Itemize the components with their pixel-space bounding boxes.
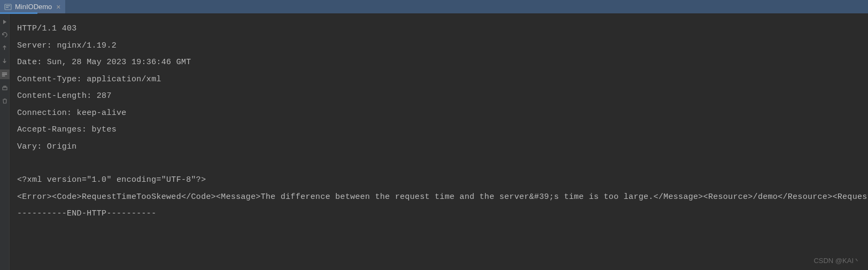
gutter <box>0 14 10 270</box>
print-icon[interactable] <box>1 84 9 92</box>
console-line: Content-Type: application/xml <box>17 71 868 88</box>
console-line: Server: nginx/1.19.2 <box>17 37 868 55</box>
svg-rect-3 <box>2 72 7 73</box>
rerun-icon[interactable] <box>1 18 9 26</box>
console-line: <?xml version="1.0" encoding="UTF-8"?> <box>17 172 868 189</box>
stop-icon[interactable] <box>1 31 9 38</box>
svg-rect-5 <box>2 75 5 76</box>
watermark: CSDN @KAI丶 <box>813 256 861 266</box>
console-line <box>17 155 868 172</box>
svg-rect-7 <box>4 86 6 87</box>
console-line: Accept-Ranges: bytes <box>17 121 868 138</box>
console-line: <Error><Code>RequestTimeTooSkewed</Code>… <box>17 189 868 206</box>
soft-wrap-icon[interactable] <box>0 70 10 79</box>
console-output[interactable]: HTTP/1.1 403 Server: nginx/1.19.2 Date: … <box>10 14 868 270</box>
up-icon[interactable] <box>1 44 9 51</box>
tab-title: MinIODemo <box>15 3 52 11</box>
down-icon[interactable] <box>1 57 9 64</box>
console-line: ----------END-HTTP---------- <box>17 205 868 222</box>
console-line: Content-Length: 287 <box>17 88 868 105</box>
delete-icon[interactable] <box>1 97 9 105</box>
svg-rect-4 <box>2 74 7 74</box>
run-config-icon <box>4 3 12 11</box>
console-line: Vary: Origin <box>17 138 868 156</box>
console-line: HTTP/1.1 403 <box>17 20 868 37</box>
close-icon[interactable]: × <box>56 3 60 11</box>
tab-bar: MinIODemo × <box>0 0 868 14</box>
svg-rect-6 <box>3 87 7 90</box>
svg-rect-1 <box>6 5 10 6</box>
tab-miniodemo[interactable]: MinIODemo × <box>0 0 65 13</box>
console-line: Date: Sun, 28 May 2023 19:36:46 GMT <box>17 54 868 71</box>
svg-rect-2 <box>6 7 9 8</box>
main-container: HTTP/1.1 403 Server: nginx/1.19.2 Date: … <box>0 14 868 270</box>
console-line: Connection: keep-alive <box>17 105 868 122</box>
